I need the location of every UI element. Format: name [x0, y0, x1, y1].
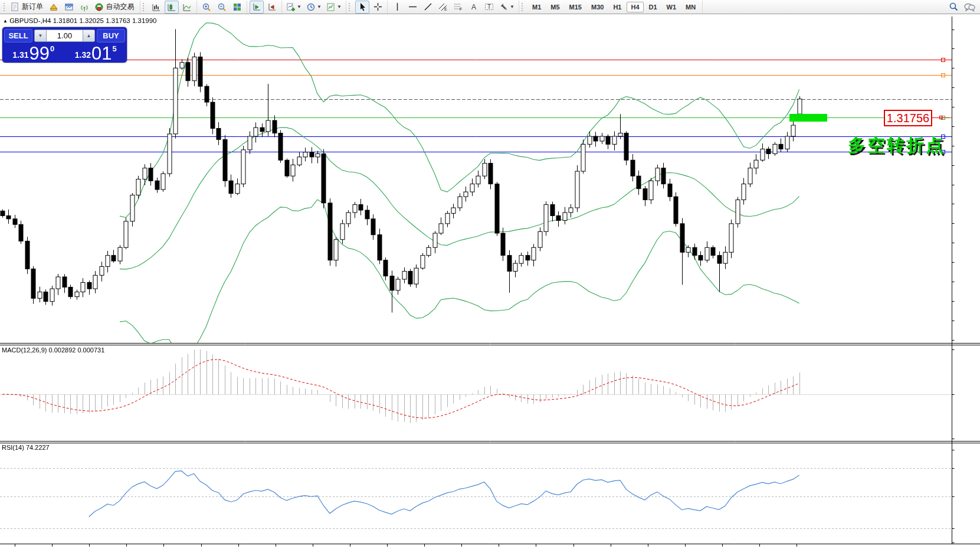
data-window-button[interactable] [62, 1, 76, 14]
toolbar-grip [522, 3, 525, 11]
equidistant-channel-button[interactable]: E [436, 1, 450, 14]
volume-increase-button[interactable]: ▲ [83, 30, 95, 42]
volume-input[interactable]: 1.00 [47, 30, 83, 42]
timeframe-w1-button[interactable]: W1 [663, 2, 681, 12]
bar-chart-icon [152, 2, 161, 12]
chart-ohlc-values: 1.31801 1.32025 1.31763 1.31990 [53, 17, 157, 24]
buy-button[interactable]: BUY [97, 29, 125, 43]
buy-price[interactable]: 1.32 01 5 [65, 43, 127, 63]
arrows-button[interactable]: ▼ [497, 1, 516, 14]
crosshair-button[interactable] [371, 1, 385, 14]
vertical-line-button[interactable] [390, 1, 404, 14]
candlestick-chart-button[interactable] [165, 1, 179, 14]
svg-text:T: T [487, 4, 491, 10]
timeframe-m30-button[interactable]: M30 [587, 2, 608, 12]
search-icon[interactable] [949, 2, 959, 12]
rsi-name: RSI(14) [2, 444, 24, 451]
text-label-button[interactable]: T [482, 1, 496, 14]
horizontal-line-button[interactable] [405, 1, 419, 14]
sell-price[interactable]: 1.31 99 0 [2, 43, 65, 63]
auto-scroll-icon [252, 2, 261, 12]
timeframe-m15-button[interactable]: M15 [565, 2, 586, 12]
timeframe-h1-button[interactable]: H1 [609, 2, 625, 12]
tile-windows-icon [232, 2, 242, 12]
trendline-icon [424, 2, 432, 11]
dropdown-caret-icon: ▼ [297, 4, 301, 9]
chart-shift-icon [267, 2, 277, 12]
zoom-out-button[interactable] [215, 1, 229, 14]
price-level-flag[interactable]: 1.31756 [884, 110, 932, 126]
timeframe-mn-button[interactable]: MN [681, 2, 700, 12]
market-watch-button[interactable] [47, 1, 61, 14]
toolbar-group-chart-type [140, 1, 197, 14]
one-click-trading-panel: SELL ▼ 1.00 ▲ BUY 1.31 99 0 1.32 01 5 [2, 27, 127, 63]
sell-button[interactable]: SELL [4, 29, 32, 43]
signals-button[interactable] [77, 1, 91, 14]
cursor-button[interactable] [355, 1, 369, 14]
tile-windows-button[interactable] [230, 1, 244, 14]
periods-icon [306, 2, 316, 12]
templates-button[interactable]: ▼ [325, 1, 343, 14]
sell-price-pipette: 0 [50, 44, 54, 53]
bar-chart-button[interactable] [149, 1, 163, 14]
timeframe-m1-button[interactable]: M1 [528, 2, 545, 12]
toolbar-group-lines: E F A T ▼ [388, 1, 519, 14]
volume-decrease-button[interactable]: ▼ [34, 30, 47, 42]
chart-shift-button[interactable] [265, 1, 279, 14]
vertical-line-icon [393, 2, 402, 11]
toolbar-group-zoom [197, 1, 247, 14]
chart-canvas[interactable] [0, 0, 980, 559]
rsi-value: 74.2227 [26, 444, 50, 451]
toolbar-group-cursor [346, 1, 388, 14]
timeframe-m5-button[interactable]: M5 [546, 2, 563, 12]
crosshair-icon [373, 2, 382, 11]
toolbar-group-timeframes: M1 M5 M15 M30 H1 H4 D1 W1 MN [519, 1, 703, 14]
text-label-icon: T [484, 2, 494, 11]
zoom-in-button[interactable] [199, 1, 214, 14]
data-window-icon [64, 2, 74, 12]
arrows-icon [499, 2, 509, 11]
zoom-out-icon [217, 2, 227, 12]
templates-icon [326, 2, 336, 12]
svg-text:A: A [471, 3, 476, 11]
macd-name: MACD(12,26,9) [2, 346, 47, 354]
dropdown-caret-icon: ▼ [317, 4, 322, 9]
candlestick-chart-icon [167, 2, 176, 12]
sell-price-big: 99 [30, 46, 50, 61]
autotrading-icon [94, 2, 104, 12]
equidistant-channel-icon: E [438, 2, 448, 11]
autotrading-label: 自动交易 [104, 2, 136, 12]
macd-values: 0.002892 0.000731 [48, 346, 104, 354]
horizontal-line-icon [408, 2, 417, 11]
indicators-button[interactable]: ▼ [284, 1, 303, 14]
new-order-button[interactable]: 新订单 [10, 1, 45, 14]
toolbar-grip [143, 3, 146, 11]
svg-text:F: F [460, 7, 462, 11]
autotrading-button[interactable]: 自动交易 [93, 1, 137, 14]
timeframe-d1-button[interactable]: D1 [645, 2, 661, 12]
sell-price-prefix: 1.31 [12, 50, 28, 60]
volume-stepper: ▼ 1.00 ▲ [34, 30, 95, 42]
trendline-button[interactable] [421, 1, 435, 14]
line-chart-button[interactable] [180, 1, 194, 14]
toolbar: 新订单 自动交易 [0, 0, 980, 14]
macd-indicator-label: MACD(12,26,9) 0.002892 0.000731 [2, 346, 104, 354]
text-icon: A [470, 2, 478, 11]
auto-scroll-button[interactable] [250, 1, 264, 14]
market-watch-icon [49, 2, 58, 12]
turning-point-annotation[interactable]: 多空转折点 [848, 133, 945, 158]
timeframe-h4-button[interactable]: H4 [627, 2, 643, 12]
text-button[interactable]: A [467, 1, 481, 14]
toolbar-right [949, 2, 979, 12]
chart-title: ▲ GBPUSD-,H4 1.31801 1.32025 1.31763 1.3… [3, 17, 157, 24]
dropdown-caret-icon: ▼ [337, 4, 342, 9]
rsi-indicator-label: RSI(14) 74.2227 [2, 444, 50, 451]
buy-price-pipette: 5 [113, 44, 117, 53]
fibonacci-button[interactable]: F [451, 1, 466, 14]
zoom-in-icon [202, 2, 211, 12]
community-chat-icon[interactable] [963, 2, 975, 12]
line-chart-icon [182, 2, 192, 12]
cursor-icon [358, 2, 367, 11]
new-order-label: 新订单 [20, 2, 45, 12]
periods-button[interactable]: ▼ [304, 1, 323, 14]
